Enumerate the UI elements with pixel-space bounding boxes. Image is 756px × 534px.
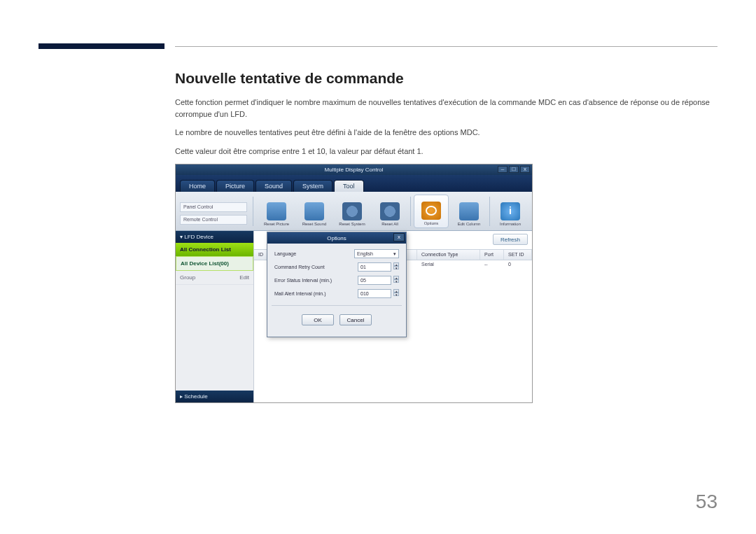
ribbon-label: Reset Picture xyxy=(264,222,289,226)
retry-count-input[interactable]: 01 xyxy=(358,262,391,272)
retry-count-label: Command Retry Count xyxy=(274,265,325,269)
dialog-separator xyxy=(272,305,402,306)
options-dialog: Options x Language English ▾ Command Ret… xyxy=(267,232,407,337)
ribbon-reset-system[interactable]: Reset System xyxy=(335,195,370,228)
sidebar-group-label: Group xyxy=(180,274,195,281)
app-title: Multiple Display Control xyxy=(324,167,383,173)
dialog-close-button[interactable]: x xyxy=(393,233,405,241)
sidebar-all-connection-list[interactable]: All Connection List xyxy=(176,243,253,256)
sidebar-group-row: Group Edit xyxy=(176,271,253,285)
reset-picture-icon xyxy=(267,202,286,220)
reset-sound-icon xyxy=(304,202,324,220)
paragraph-2: Le nombre de nouvelles tentatives peut ê… xyxy=(175,127,718,139)
cell-setid: 0 xyxy=(504,260,532,270)
dialog-title: Options xyxy=(327,235,346,241)
tab-picture[interactable]: Picture xyxy=(216,180,254,192)
app-window: Multiple Display Control – □ x Home Pict… xyxy=(175,164,533,403)
sidebar-all-device-list[interactable]: All Device List(00) xyxy=(176,256,253,271)
tab-tool[interactable]: Tool xyxy=(334,180,364,192)
mail-interval-input[interactable]: 010 xyxy=(358,289,391,298)
section-title: Nouvelle tentative de commande xyxy=(175,70,718,87)
retry-count-stepper[interactable]: ▴▾ xyxy=(393,262,399,272)
col-conn-type[interactable]: Connection Type xyxy=(417,250,480,260)
ribbon-label: Reset All xyxy=(382,222,398,226)
minimize-button[interactable]: – xyxy=(498,166,507,173)
ribbon: Panel Control Remote Control Reset Pictu… xyxy=(176,192,532,231)
edit-column-icon xyxy=(459,202,479,220)
error-interval-input[interactable]: 05 xyxy=(358,276,391,285)
cancel-button[interactable]: Cancel xyxy=(340,314,372,325)
page-number: 53 xyxy=(696,491,718,513)
ribbon-divider xyxy=(410,197,411,226)
menubar: Home Picture Sound System Tool xyxy=(176,175,532,192)
paragraph-3: Cette valeur doit être comprise entre 1 … xyxy=(175,146,718,157)
language-value: English xyxy=(357,251,373,256)
chevron-down-icon: ▾ xyxy=(393,251,396,257)
sidebar-edit-link[interactable]: Edit xyxy=(239,274,249,281)
mail-interval-value: 010 xyxy=(360,291,369,296)
ribbon-label: Reset System xyxy=(339,222,365,226)
ribbon-remote-control[interactable]: Remote Control xyxy=(180,215,247,225)
mail-interval-stepper[interactable]: ▴▾ xyxy=(393,289,399,298)
ribbon-options[interactable]: Options xyxy=(414,195,449,228)
information-icon xyxy=(500,202,520,220)
maximize-button[interactable]: □ xyxy=(509,166,519,173)
mail-interval-label: Mail Alert Interval (min.) xyxy=(274,291,326,296)
ribbon-panel-control[interactable]: Panel Control xyxy=(180,202,247,212)
ribbon-label: Options xyxy=(424,221,439,225)
cell-conn-type: Serial xyxy=(417,260,480,270)
ribbon-label: Reset Sound xyxy=(302,222,327,226)
error-interval-label: Error Status Interval (min.) xyxy=(274,278,332,283)
titlebar: Multiple Display Control – □ x xyxy=(176,164,532,175)
ok-button[interactable]: OK xyxy=(302,314,334,325)
close-button[interactable]: x xyxy=(520,166,530,173)
ribbon-reset-picture[interactable]: Reset Picture xyxy=(259,195,294,228)
tab-sound[interactable]: Sound xyxy=(255,180,292,192)
content-area: Nouvelle tentative de commande Cette fon… xyxy=(175,70,718,403)
ribbon-reset-sound[interactable]: Reset Sound xyxy=(297,195,332,228)
ribbon-label: Information xyxy=(500,222,521,226)
ribbon-divider xyxy=(253,197,253,226)
language-label: Language xyxy=(274,251,296,256)
refresh-button[interactable]: Refresh xyxy=(493,234,528,245)
sidebar-footer-schedule[interactable]: Schedule xyxy=(176,391,253,402)
options-icon xyxy=(421,202,441,220)
ribbon-divider xyxy=(489,197,490,226)
sidebar-header-lfd[interactable]: LFD Device xyxy=(176,231,253,243)
ribbon-information[interactable]: Information xyxy=(493,195,528,228)
ribbon-label: Edit Column xyxy=(458,222,481,226)
tab-system[interactable]: System xyxy=(293,180,332,192)
col-port[interactable]: Port xyxy=(480,250,504,260)
sidebar: LFD Device All Connection List All Devic… xyxy=(176,231,254,402)
cell-port: -- xyxy=(480,260,504,270)
header-rule xyxy=(175,46,718,47)
col-setid[interactable]: SET ID xyxy=(504,250,532,260)
language-select[interactable]: English ▾ xyxy=(354,249,399,258)
error-interval-value: 05 xyxy=(360,278,366,283)
ribbon-edit-column[interactable]: Edit Column xyxy=(451,195,486,228)
dialog-titlebar: Options x xyxy=(267,232,406,244)
ribbon-reset-all[interactable]: Reset All xyxy=(372,195,407,228)
error-interval-stepper[interactable]: ▴▾ xyxy=(393,276,399,285)
header-accent-bar xyxy=(38,43,164,49)
tab-home[interactable]: Home xyxy=(180,180,215,192)
paragraph-1: Cette fonction permet d'indiquer le nomb… xyxy=(175,97,718,120)
retry-count-value: 01 xyxy=(360,265,366,269)
reset-system-icon xyxy=(342,202,362,220)
reset-all-icon xyxy=(380,202,400,220)
